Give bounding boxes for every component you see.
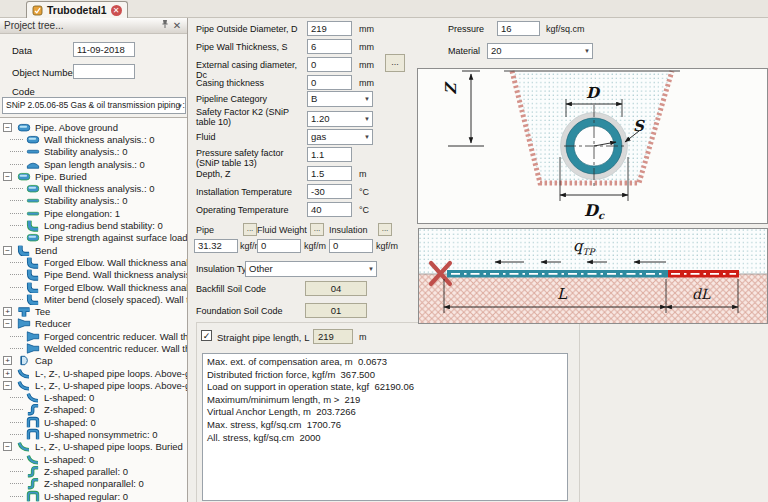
collapse-icon[interactable]: − (3, 172, 12, 181)
tree-item[interactable]: Forged Elbow. Wall thickness analysis.: … (0, 281, 187, 293)
tree-item[interactable]: L-shaped: 0 (0, 453, 187, 465)
weight-field[interactable]: 0 (257, 239, 301, 253)
category-select[interactable]: B ▼ (307, 91, 373, 107)
object-number-field[interactable] (73, 64, 135, 79)
tree-item[interactable]: Wall thickness analysis.: 0 (0, 182, 187, 194)
tree-item[interactable]: +Cap (0, 355, 187, 367)
tree-item[interactable]: Forged Elbow. Wall thickness analysis.: … (0, 256, 187, 268)
tree-connector (10, 397, 23, 398)
collapse-icon[interactable]: − (3, 319, 12, 328)
panel-close-icon[interactable]: ✕ (171, 19, 183, 33)
depth-field[interactable]: 1.5 (307, 166, 352, 181)
tree-item[interactable]: L-shaped: 0 (0, 392, 187, 404)
tree-item-label: U-shaped: 0 (44, 417, 96, 428)
tree-item[interactable]: Z-shaped parallel: 0 (0, 465, 187, 477)
casing-diameter-field[interactable]: 0 (307, 57, 352, 72)
dropdown-arrow-icon[interactable]: ▼ (584, 44, 590, 58)
pipe-od-field[interactable]: 219 (307, 21, 352, 36)
straight-pipe-field[interactable]: 219 (313, 329, 353, 344)
backfill-code-button[interactable]: 04 (305, 281, 367, 296)
casing-diameter-label: External casing diameter, Dc (196, 60, 306, 80)
tree-item[interactable]: Miter bend (closely spaced). Wall thickn… (0, 293, 187, 305)
elbow-icon (26, 219, 40, 231)
expand-icon[interactable]: + (3, 369, 12, 378)
expand-icon[interactable]: + (3, 307, 12, 316)
tree-item[interactable]: Long-radius bend stability: 0 (0, 219, 187, 231)
profile-diagram: qTP L dL (418, 228, 768, 324)
tree-item[interactable]: +L-, Z-, U-shaped pipe loops. Above-grou… (0, 367, 187, 379)
tree-item[interactable]: Pipe Bend. Wall thickness analysis.: 0 (0, 269, 187, 281)
material-value: 20 (491, 45, 502, 56)
weight-field[interactable]: 0 (329, 239, 373, 253)
elbow-icon (26, 293, 40, 305)
dropdown-arrow-icon[interactable]: ▼ (364, 112, 370, 126)
tree-item[interactable]: −L-, Z-, U-shaped pipe loops. Above-grou… (0, 379, 187, 391)
code-select[interactable]: SNiP 2.05.06-85 Gas & oil transmission p… (2, 97, 186, 114)
weight-unit: kgf/m (376, 241, 398, 251)
tree-item[interactable]: +Tee (0, 305, 187, 317)
dash-icon (26, 146, 40, 158)
dropdown-arrow-icon[interactable]: ▼ (368, 262, 374, 276)
tree-item[interactable]: −Pipe. Buried (0, 170, 187, 182)
tree-item[interactable]: −Pipe. Above ground (0, 121, 187, 133)
tree-item[interactable]: Stability analysis.: 0 (0, 146, 187, 158)
collapse-icon[interactable]: − (3, 246, 12, 255)
tree-item[interactable]: Pipe strength against surface load: 0 (0, 232, 187, 244)
tree-item[interactable]: −Bend (0, 244, 187, 256)
tree-item[interactable]: U-shaped: 0 (0, 416, 187, 428)
collapse-icon[interactable]: − (3, 123, 12, 132)
tree-item[interactable]: Forged concentric reducer. Wall thicknes… (0, 330, 187, 342)
dropdown-arrow-icon[interactable]: ▼ (364, 130, 370, 144)
insulation-type-select[interactable]: Other ▼ (245, 261, 377, 277)
tab-close-icon[interactable]: ✕ (111, 5, 122, 16)
data-field[interactable]: 11-09-2018 (73, 42, 135, 57)
k2-select[interactable]: 1.20 ▼ (307, 111, 373, 127)
collapse-icon[interactable]: − (3, 381, 12, 390)
pressure-field[interactable]: 16 (497, 21, 540, 36)
material-select[interactable]: 20 ▼ (487, 43, 593, 59)
expand-icon[interactable]: + (3, 356, 12, 365)
tree-item-label: Forged Elbow. Wall thickness analysis.: … (44, 257, 187, 268)
dropdown-arrow-icon[interactable]: ▼ (364, 92, 370, 106)
casing-thickness-field[interactable]: 0 (307, 75, 352, 90)
fluid-select[interactable]: gas ▼ (307, 129, 373, 145)
tree-item[interactable]: U-shaped regular: 0 (0, 490, 187, 502)
tree-connector (10, 348, 23, 349)
pipe-icon (17, 121, 31, 133)
project-tree: −Pipe. Above groundWall thickness analys… (0, 117, 187, 502)
tree-item[interactable]: Wall thickness analysis.: 0 (0, 133, 187, 145)
tree-item[interactable]: Z-shaped: 0 (0, 404, 187, 416)
tree-item[interactable]: −L-, Z-, U-shaped pipe loops. Buried (0, 441, 187, 453)
pin-icon[interactable] (159, 19, 171, 33)
document-tab[interactable]: Trubodetal1 ✕ (26, 1, 128, 18)
weight-browse-button[interactable]: ... (243, 223, 257, 236)
tree-connector (10, 151, 23, 152)
foundation-code-button[interactable]: 01 (305, 303, 367, 318)
lcurve-icon (17, 441, 31, 453)
tree-item-label: L-shaped: 0 (44, 392, 94, 403)
weight-browse-button[interactable]: ... (378, 223, 392, 236)
tree-item[interactable]: −Reducer (0, 318, 187, 330)
tree-connector (10, 434, 23, 435)
weight-field[interactable]: 31.32 (194, 239, 238, 253)
tree-connector (10, 483, 23, 484)
straight-pipe-checkbox[interactable]: ✓ (201, 330, 212, 341)
wall-thickness-field[interactable]: 6 (307, 39, 352, 54)
tree-item[interactable]: Welded concentric reducer. Wall thicknes… (0, 342, 187, 354)
weight-column-label: Pipe (196, 225, 214, 235)
pressure-safety-label: Pressure safety factor (SNiP table 13) (196, 148, 306, 168)
tree-item[interactable]: Stability analysis.: 0 (0, 195, 187, 207)
casing-browse-button[interactable]: ... (385, 54, 405, 72)
tree-item[interactable]: Pipe elongation: 1 (0, 207, 187, 219)
pressure-safety-field[interactable]: 1.1 (307, 147, 352, 162)
tree-item[interactable]: Z-shaped nonparallel: 0 (0, 478, 187, 490)
collapse-icon[interactable]: − (3, 442, 12, 451)
tree-item[interactable]: Span length analysis.: 0 (0, 158, 187, 170)
tree-item[interactable]: U-shaped nonsymmetric: 0 (0, 428, 187, 440)
tree-connector (10, 139, 23, 140)
weight-unit: kgf/m (304, 241, 326, 251)
weight-browse-button[interactable]: ... (310, 223, 324, 236)
install-temp-field[interactable]: -30 (307, 184, 352, 199)
dropdown-arrow-icon[interactable]: ▼ (177, 98, 183, 113)
operating-temp-field[interactable]: 40 (307, 202, 352, 217)
